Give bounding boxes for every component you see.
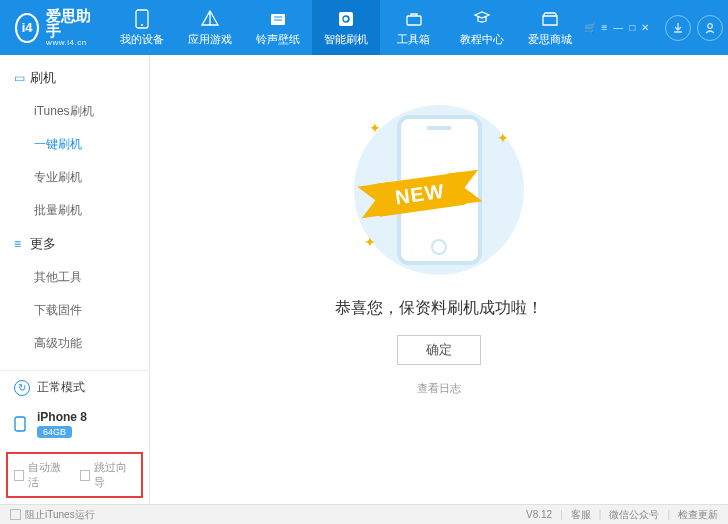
nav-toolbox[interactable]: 工具箱	[380, 0, 448, 55]
header-right: 🛒 ≡ — □ ✕	[584, 15, 728, 41]
ringtone-icon	[269, 8, 287, 30]
cart-icon[interactable]: 🛒	[584, 22, 596, 33]
nav-apps[interactable]: 应用游戏	[176, 0, 244, 55]
sidebar-item-downloadfw[interactable]: 下载固件	[0, 294, 149, 327]
auto-activate-checkbox[interactable]: 自动激活	[14, 460, 70, 490]
flash-cat-icon: ▭	[14, 71, 30, 85]
logo-text: 爱思助手 www.i4.cn	[46, 8, 92, 48]
nav-tutorial[interactable]: 教程中心	[448, 0, 516, 55]
ok-button[interactable]: 确定	[397, 335, 481, 365]
sidebar-item-itunes[interactable]: iTunes刷机	[0, 95, 149, 128]
nav-my-device[interactable]: 我的设备	[108, 0, 176, 55]
mode-row[interactable]: ↻正常模式	[0, 371, 149, 404]
sidebar-item-othertools[interactable]: 其他工具	[0, 261, 149, 294]
device-icon	[14, 416, 30, 432]
menu-icon[interactable]: ≡	[602, 22, 608, 33]
device-row[interactable]: iPhone 8 64GB	[0, 404, 149, 448]
sidebar-item-oneclick[interactable]: 一键刷机	[0, 128, 149, 161]
nav-ringtone[interactable]: 铃声壁纸	[244, 0, 312, 55]
device-capacity-badge: 64GB	[37, 426, 72, 438]
maximize-icon[interactable]: □	[629, 22, 635, 33]
mode-icon: ↻	[14, 380, 30, 396]
version-label: V8.12	[526, 509, 552, 520]
toolbox-icon	[405, 8, 423, 30]
logo-icon: i4	[15, 13, 39, 43]
tutorial-icon	[473, 8, 491, 30]
download-button[interactable]	[665, 15, 691, 41]
device-icon	[134, 8, 150, 30]
skip-wizard-checkbox[interactable]: 跳过向导	[80, 460, 136, 490]
nav-store[interactable]: 爱思商城	[516, 0, 584, 55]
wechat-link[interactable]: 微信公众号	[609, 508, 659, 522]
sidebar-cat-more[interactable]: ≡更多	[0, 227, 149, 261]
sidebar-item-batch[interactable]: 批量刷机	[0, 194, 149, 227]
minimize-icon[interactable]: —	[613, 22, 623, 33]
support-link[interactable]: 客服	[571, 508, 591, 522]
logo[interactable]: i4 爱思助手 www.i4.cn	[0, 8, 108, 48]
user-button[interactable]	[697, 15, 723, 41]
apps-icon	[201, 8, 219, 30]
sidebar-item-pro[interactable]: 专业刷机	[0, 161, 149, 194]
nav-tabs: 我的设备 应用游戏 铃声壁纸 智能刷机 工具箱 教程中心 爱思商城	[108, 0, 584, 55]
nav-flash[interactable]: 智能刷机	[312, 0, 380, 55]
status-bar: 阻止iTunes运行 V8.12| 客服| 微信公众号| 检查更新	[0, 504, 728, 524]
svg-rect-6	[15, 417, 25, 431]
store-icon	[541, 8, 559, 30]
device-name: iPhone 8	[37, 410, 87, 424]
window-controls: 🛒 ≡ — □ ✕	[584, 22, 650, 33]
header: i4 爱思助手 www.i4.cn 我的设备 应用游戏 铃声壁纸 智能刷机 工具…	[0, 0, 728, 55]
sidebar-item-advanced[interactable]: 高级功能	[0, 327, 149, 360]
svg-point-5	[708, 23, 713, 28]
success-message: 恭喜您，保资料刷机成功啦！	[335, 298, 543, 319]
more-cat-icon: ≡	[14, 237, 30, 251]
main-panel: ✦ ✦ ✦ NEW 恭喜您，保资料刷机成功啦！ 确定 查看日志	[150, 55, 728, 504]
svg-point-1	[141, 24, 143, 26]
flash-icon	[337, 8, 355, 30]
success-illustration: ✦ ✦ ✦ NEW	[339, 100, 539, 280]
update-link[interactable]: 检查更新	[678, 508, 718, 522]
sidebar-cat-flash[interactable]: ▭刷机	[0, 61, 149, 95]
close-icon[interactable]: ✕	[641, 22, 649, 33]
sidebar: ▭刷机 iTunes刷机 一键刷机 专业刷机 批量刷机 ≡更多 其他工具 下载固…	[0, 55, 150, 504]
options-box: 自动激活 跳过向导	[6, 452, 143, 498]
view-log-link[interactable]: 查看日志	[417, 381, 461, 396]
block-itunes-checkbox[interactable]: 阻止iTunes运行	[10, 508, 95, 522]
svg-rect-4	[407, 16, 421, 25]
